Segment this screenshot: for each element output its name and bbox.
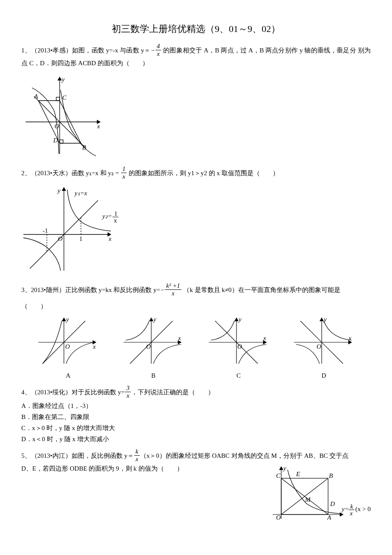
q2-frac-den: x — [121, 173, 127, 180]
q1-pre: 1、（2013•孝感）如图，函数 y=-x 与函数 y＝ — [21, 47, 151, 54]
svg-text:O: O — [65, 343, 70, 350]
q3-pre: 3、2013•随州）正比例函数 y=kx 和反比例函数 y= — [21, 286, 160, 293]
q3-neg: − — [160, 286, 164, 293]
svg-marker-3 — [58, 77, 61, 80]
problem-4: 4、（2013•绥化）对于反比例函数 y=3x，下列说法正确的是（ ） A．图象… — [21, 386, 371, 444]
svg-text:O: O — [146, 343, 151, 350]
svg-text:1: 1 — [79, 235, 83, 242]
q4-fraction: 3x — [124, 385, 131, 399]
svg-text:y: y — [238, 316, 242, 323]
q3-label-a: A — [26, 370, 111, 381]
q3-label-b: B — [111, 370, 196, 381]
problem-3: 3、2013•随州）正比例函数 y=kx 和反比例函数 y=−k² +1x （k… — [21, 283, 371, 381]
svg-text:k: k — [350, 503, 353, 510]
svg-text:A: A — [34, 93, 38, 100]
q3-options: y x O A y x O B — [21, 315, 371, 381]
q2-fraction: 1x — [121, 166, 127, 180]
svg-text:(x > 0): (x > 0) — [355, 506, 371, 513]
q3-frac-num: k² +1 — [165, 283, 182, 290]
q2-pre: 2、（2013•天水）函数 y₁=x 和 y₂ = — [21, 170, 121, 176]
svg-text:x: x — [349, 510, 353, 517]
svg-marker-62 — [320, 318, 323, 321]
q1-frac-num: 4 — [156, 43, 161, 50]
svg-text:O: O — [317, 343, 321, 350]
svg-text:y: y — [57, 187, 61, 194]
svg-marker-21 — [62, 188, 66, 191]
q1-fraction: 4x — [155, 43, 162, 57]
svg-text:y=: y= — [341, 506, 349, 512]
q5-frac-den: x — [134, 456, 140, 462]
q3-graph-c: y x O — [207, 315, 271, 366]
q3-graph-a: y x O — [36, 315, 100, 366]
svg-marker-70 — [280, 467, 283, 470]
q4-frac-num: 3 — [125, 385, 131, 392]
q2-figure: y x O -1 1 y₁=x y₂= 1 x — [21, 183, 371, 276]
q4-frac-den: x — [125, 392, 131, 399]
svg-text:D: D — [330, 500, 335, 507]
svg-text:y: y — [153, 316, 156, 323]
q4-option-a: A．图象经过点（1，-3） — [21, 401, 371, 411]
svg-text:B: B — [82, 144, 86, 151]
q1-figure: y x O A C D B — [21, 71, 371, 159]
svg-rect-7 — [56, 97, 60, 101]
q4-pre: 4、（2013•绥化）对于反比例函数 y= — [21, 389, 124, 396]
svg-text:B: B — [329, 472, 333, 479]
q5-fraction: kx — [134, 448, 140, 462]
svg-text:E: E — [296, 471, 300, 477]
svg-text:O: O — [58, 235, 63, 242]
svg-text:x: x — [114, 217, 117, 224]
svg-text:x: x — [92, 343, 96, 350]
svg-text:x: x — [108, 235, 112, 242]
svg-text:M: M — [305, 496, 311, 503]
svg-text:O: O — [237, 343, 242, 350]
q3-fraction: k² +1x — [164, 283, 182, 297]
q4-post: ，下列说法正确的是（ ） — [131, 389, 214, 396]
problem-5: 5、（2013•内江）如图，反比例函数 y＝kx（x＞0）的图象经过矩形 OAB… — [21, 449, 371, 524]
q5-post2: D、E，若四边形 ODBE 的面积为 9，则 k 的值为（ ） — [21, 465, 183, 472]
svg-text:y: y — [323, 316, 327, 323]
q2-post: 的图象如图所示，则 y1＞y2 的 x 取值范围是（ ） — [127, 170, 279, 176]
svg-marker-38 — [62, 318, 66, 321]
problem-1: 1、（2013•孝感）如图，函数 y=-x 与函数 y＝−4x 的图象相交于 A… — [21, 44, 371, 159]
q1-post1: 的图象相交于 A，B 两点，过 A，B 两点分别作 y 轴的垂线，垂足分 — [161, 47, 356, 54]
svg-text:O: O — [55, 123, 59, 130]
svg-marker-68 — [340, 513, 343, 516]
svg-text:x: x — [178, 335, 181, 341]
svg-text:D: D — [53, 137, 58, 144]
q4-option-d: D．x＜0 时，y 随 x 增大而减小 — [21, 434, 371, 444]
q5-pre: 5、（2013•内江）如图，反比例函数 y＝ — [21, 452, 134, 459]
svg-text:-1: -1 — [43, 227, 48, 234]
q3-post1: （k 是常数且 k≠0）在一平面直角坐标系中的图象可能是 — [182, 286, 340, 293]
svg-text:y: y — [65, 316, 69, 323]
q3-frac-den: x — [165, 290, 182, 297]
svg-text:1: 1 — [114, 210, 118, 217]
svg-text:C: C — [276, 472, 281, 479]
q3-label-c: C — [196, 370, 281, 381]
svg-text:y: y — [61, 76, 65, 83]
q4-option-b: B．图象在第二、四象限 — [21, 412, 371, 422]
q3-post2: （ ） — [21, 303, 47, 309]
svg-text:C: C — [62, 94, 67, 101]
q2-frac-num: 1 — [121, 166, 127, 173]
q4-option-c: C．x＞0 时，y 随 x 的增大而增大 — [21, 423, 371, 433]
q5-frac-num: k — [134, 448, 140, 456]
svg-text:x: x — [348, 335, 352, 341]
svg-marker-54 — [235, 318, 238, 321]
svg-text:y: y — [282, 465, 286, 471]
svg-marker-46 — [150, 318, 153, 321]
problem-2: 2、（2013•天水）函数 y₁=x 和 y₂ = 1x 的图象如图所示，则 y… — [21, 167, 371, 276]
page-title: 初三数学上册培优精选（9、01～9、02） — [21, 21, 371, 36]
q3-graph-d: y x O — [292, 315, 356, 366]
q1-neg: − — [151, 47, 155, 54]
q5-figure: y C E B M D O A y= k x (x > 0) — [264, 463, 371, 524]
svg-rect-8 — [60, 140, 63, 143]
svg-text:x: x — [97, 123, 100, 130]
svg-text:x: x — [263, 335, 266, 341]
svg-text:y₁=x: y₁=x — [74, 190, 87, 197]
svg-text:O: O — [276, 514, 281, 521]
svg-text:A: A — [327, 514, 331, 521]
q3-label-d: D — [281, 370, 366, 381]
svg-text:y₂=: y₂= — [101, 213, 112, 220]
q5-post1: （x＞0）的图象经过矩形 OABC 对角线的交点 M，分别于 AB、BC 交于点 — [140, 452, 349, 459]
q3-graph-b: y x O — [121, 315, 185, 366]
